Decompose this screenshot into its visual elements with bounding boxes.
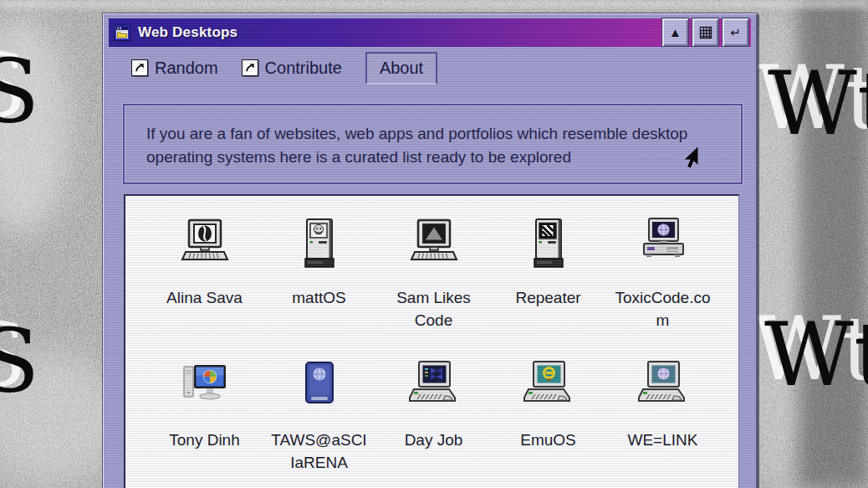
mouse-cursor-icon xyxy=(679,146,699,174)
external-link-icon xyxy=(242,59,258,76)
return-arrow-icon: ↵ xyxy=(730,26,741,39)
desktop-item-taws[interactable]: TAWS@aSCIIaRENA xyxy=(262,360,376,488)
grid-view-button[interactable] xyxy=(692,18,719,47)
external-link-icon xyxy=(131,59,148,76)
about-panel: If you are a fan of websites, web apps a… xyxy=(123,104,743,184)
blue-drive-globe-icon xyxy=(293,360,346,414)
pc-teal-gear-icon xyxy=(522,360,575,414)
background-letter: S xyxy=(0,49,39,136)
up-triangle-icon: ▲ xyxy=(669,26,682,39)
desktop-list-panel: Alina Sava mattOS xyxy=(124,194,739,488)
desktop-item-mattos[interactable]: mattOS xyxy=(262,218,376,360)
desktop-item-label: Sam Likes Code xyxy=(385,286,483,331)
tab-bar: Random Contribute About xyxy=(109,47,751,89)
background-letter: Wt xyxy=(764,311,868,398)
desktop-item-we-link[interactable]: WE=LINK xyxy=(605,360,720,488)
compact-mac-stripes-icon xyxy=(522,218,575,271)
compact-mac-face-icon xyxy=(293,218,346,271)
tab-contribute[interactable]: Contribute xyxy=(242,59,342,78)
desktop-item-label: mattOS xyxy=(270,286,369,309)
desktop-item-label: EmuOS xyxy=(499,429,598,451)
pc-dark-screen-logo-icon xyxy=(407,360,461,414)
pc-teal-globe-icon xyxy=(636,360,690,414)
about-text: If you are a fan of websites, web apps a… xyxy=(125,105,741,169)
desktop-item-label: Repeater xyxy=(499,286,598,309)
desktop-pc-globe-icon xyxy=(636,218,690,271)
desktop-item-label: Tony Dinh xyxy=(156,429,254,451)
scroll-up-button[interactable]: ▲ xyxy=(661,18,689,47)
desktop-item-day-job[interactable]: Day Job xyxy=(376,360,491,488)
desktop-item-emuos[interactable]: EmuOS xyxy=(491,360,605,488)
return-button[interactable]: ↵ xyxy=(722,18,749,47)
background-letter: Wt xyxy=(768,60,868,147)
desktop-item-toxiccode[interactable]: ToxicCode.com xyxy=(605,218,720,360)
grid-icon xyxy=(699,26,712,39)
crt-computer-triangle-icon xyxy=(407,218,461,271)
title-bar[interactable]: Web Desktops ▲ ↵ xyxy=(109,18,751,47)
desktop-item-label: Alina Sava xyxy=(156,286,254,309)
desktop-item-repeater[interactable]: Repeater xyxy=(491,218,605,360)
app-window-icon xyxy=(114,24,130,41)
desktop-item-label: TAWS@aSCIIaRENA xyxy=(270,429,369,474)
tab-random-label: Random xyxy=(155,59,218,78)
desktop-item-sam-likes-code[interactable]: Sam Likes Code xyxy=(376,218,491,360)
desktop-item-label: ToxicCode.com xyxy=(614,286,712,331)
desktop-item-tony-dinh[interactable]: Tony Dinh xyxy=(147,360,262,488)
tab-about[interactable]: About xyxy=(365,52,437,85)
titlebar-buttons: ▲ ↵ xyxy=(661,18,749,47)
desktop-item-alina-sava[interactable]: Alina Sava xyxy=(147,218,262,360)
crt-computer-bean-icon xyxy=(178,218,232,271)
tab-random[interactable]: Random xyxy=(131,59,218,78)
background-letter: S xyxy=(0,318,39,405)
desktop-item-label: WE=LINK xyxy=(614,429,712,451)
web-desktops-window: Web Desktops ▲ ↵ Random xyxy=(102,13,758,488)
modern-pc-windows-logo-icon xyxy=(178,360,232,414)
desktop-item-label: Day Job xyxy=(385,429,483,451)
tab-contribute-label: Contribute xyxy=(265,59,342,78)
window-title: Web Desktops xyxy=(138,24,237,41)
